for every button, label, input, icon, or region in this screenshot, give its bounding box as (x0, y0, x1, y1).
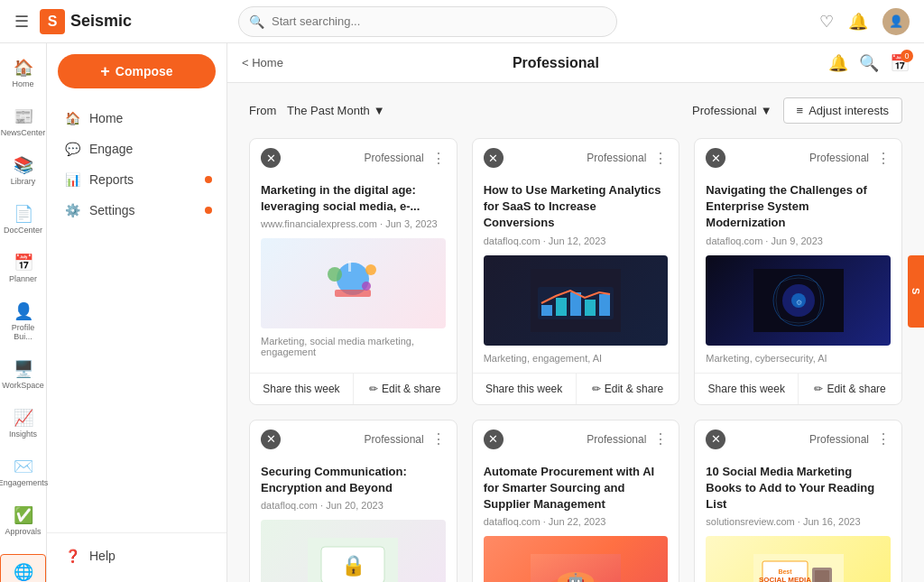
nav-item-library[interactable]: 📚 Library (0, 148, 46, 193)
card-2-edit-button[interactable]: ✏ Edit & share (577, 374, 679, 404)
content-card-4: ✕ Professional ⋮ Securing Communication:… (249, 420, 457, 582)
card-4-menu-icon[interactable]: ⋮ (431, 430, 446, 448)
card-3-edit-button[interactable]: ✏ Edit & share (799, 374, 901, 404)
card-1-menu-icon[interactable]: ⋮ (431, 150, 446, 167)
main-content: From The Past Month ▼ Professional ▼ ≡ A… (227, 83, 924, 582)
svg-rect-5 (348, 261, 351, 272)
svg-rect-12 (599, 294, 610, 316)
card-4-close-button[interactable]: ✕ (261, 430, 281, 449)
sidebar-nav: 🏠 Home 💬 Engage 📊 Reports ⚙️ Settings (47, 103, 226, 532)
sidebar-item-help[interactable]: ❓ Help (47, 540, 226, 571)
card-1-image (261, 238, 446, 328)
card-2-close-button[interactable]: ✕ (484, 148, 504, 168)
approvals-icon: ✅ (14, 505, 33, 525)
sidebar-item-settings[interactable]: ⚙️ Settings (47, 195, 226, 226)
search-secondary-icon[interactable]: 🔍 (859, 53, 879, 73)
newscenter-icon: 📰 (14, 106, 33, 126)
card-3-title: Navigating the Challenges of Enterprise … (706, 182, 891, 232)
sidebar-item-home[interactable]: 🏠 Home (47, 103, 226, 134)
card-1-share-button[interactable]: Share this week (250, 374, 354, 404)
professional-selector[interactable]: Professional ▼ (692, 104, 772, 117)
svg-rect-11 (585, 300, 596, 316)
nav-item-workspace[interactable]: 🖥️ WorkSpace (0, 352, 46, 397)
nav-item-approvals[interactable]: ✅ Approvals (0, 498, 46, 543)
compose-button[interactable]: + Compose (58, 54, 216, 88)
sidebar-item-reports[interactable]: 📊 Reports (47, 164, 226, 195)
card-6-header: ✕ Professional ⋮ (695, 420, 901, 455)
doccenter-icon: 📄 (14, 204, 33, 224)
bell-icon[interactable]: 🔔 (828, 53, 848, 73)
favorites-icon[interactable]: ♡ (819, 12, 834, 32)
nav-item-profile[interactable]: 👤 Profile Bui... (0, 294, 46, 348)
content-card-6: ✕ Professional ⋮ 10 Social Media Marketi… (694, 420, 902, 582)
content-card-2: ✕ Professional ⋮ How to Use Marketing An… (472, 138, 680, 405)
nav-item-engagements[interactable]: ✉️ Engagements (0, 449, 46, 494)
nav-item-newscenter[interactable]: 📰 NewsCenter (0, 99, 46, 144)
card-6-badge: Professional (809, 433, 869, 446)
card-1-close-button[interactable]: ✕ (261, 148, 281, 168)
card-5-label-group: Professional ⋮ (587, 430, 668, 448)
card-3-label-group: Professional ⋮ (809, 150, 891, 167)
content-card-1: ✕ Professional ⋮ Marketing in the digita… (249, 138, 457, 405)
card-5-close-button[interactable]: ✕ (484, 430, 504, 449)
card-3-menu-icon[interactable]: ⋮ (876, 150, 891, 167)
svg-rect-32 (815, 570, 829, 582)
back-button[interactable]: < Home (242, 56, 283, 69)
card-1-badge: Professional (365, 152, 424, 164)
card-5-source: datafloq.com · Jun 22, 2023 (484, 516, 669, 527)
calendar-button[interactable]: 📅 0 (890, 53, 910, 73)
notifications-icon[interactable]: 🔔 (848, 12, 868, 32)
card-1-footer: Share this week ✏ Edit & share (250, 373, 457, 404)
card-6-title: 10 Social Media Marketing Books to Add t… (706, 464, 891, 513)
sidebar-item-engage[interactable]: 💬 Engage (47, 134, 226, 164)
card-5-header: ✕ Professional ⋮ (473, 420, 679, 455)
adjust-interests-button[interactable]: ≡ Adjust interests (783, 97, 902, 124)
card-4-badge: Professional (365, 433, 424, 446)
avatar[interactable]: 👤 (882, 8, 910, 35)
nav-item-doccenter[interactable]: 📄 DocCenter (0, 197, 46, 242)
card-2-footer: Share this week ✏ Edit & share (473, 373, 679, 404)
nav-item-planner[interactable]: 📅 Planner (0, 245, 46, 291)
card-3-tags: Marketing, cybersecurity, AI (706, 353, 891, 364)
nav-item-insights[interactable]: 📈 Insights (0, 401, 46, 446)
card-3-badge: Professional (809, 152, 869, 164)
card-1-label-group: Professional ⋮ (365, 150, 446, 167)
nav-item-home[interactable]: 🏠 Home (0, 51, 46, 96)
filter-chevron-icon: ▼ (374, 104, 385, 117)
hamburger-button[interactable]: ☰ (14, 12, 29, 32)
card-6-menu-icon[interactable]: ⋮ (876, 430, 891, 448)
sidebar-engage-label: Engage (89, 142, 133, 156)
card-6-label-group: Professional ⋮ (809, 430, 891, 448)
card-6-close-button[interactable]: ✕ (706, 430, 725, 449)
sidebar: + Compose 🏠 Home 💬 Engage 📊 Reports ⚙️ S… (47, 43, 227, 582)
sidebar-help-label: Help (89, 549, 116, 563)
card-5-image: 🤖 (484, 536, 669, 582)
svg-rect-9 (556, 298, 567, 316)
card-6-source: solutionsreview.com · Jun 16, 2023 (706, 516, 891, 527)
card-3-share-button[interactable]: Share this week (695, 374, 799, 404)
side-accent-panel[interactable]: S (908, 255, 924, 328)
search-input[interactable] (238, 6, 617, 37)
search-bar: 🔍 (238, 6, 617, 37)
home-nav-icon: 🏠 (65, 111, 80, 125)
time-filter-dropdown[interactable]: From The Past Month ▼ (249, 104, 385, 117)
card-1-edit-button[interactable]: ✏ Edit & share (354, 374, 457, 404)
insights-icon: 📈 (14, 408, 33, 428)
card-5-menu-icon[interactable]: ⋮ (653, 430, 668, 448)
professional-label: Professional (692, 104, 757, 117)
nav-item-doccenter-label: DocCenter (4, 226, 42, 235)
card-1-title: Marketing in the digital age: leveraging… (261, 182, 446, 215)
card-1-tags: Marketing, social media marketing, engag… (261, 336, 446, 357)
card-4-image: 🔒 Securing Communication (261, 520, 446, 582)
header-right-group: Professional ▼ ≡ Adjust interests (692, 97, 902, 124)
logo-icon: S (40, 9, 65, 34)
card-4-source: datafloq.com · Jun 20, 2023 (261, 500, 446, 511)
card-2-share-button[interactable]: Share this week (473, 374, 577, 404)
svg-rect-1 (335, 290, 371, 297)
svg-text:Best: Best (778, 568, 792, 575)
card-2-menu-icon[interactable]: ⋮ (653, 150, 668, 167)
card-3-close-button[interactable]: ✕ (706, 148, 725, 168)
nav-item-livesocial[interactable]: 🌐 LiveSocial (0, 554, 46, 582)
card-4-label-group: Professional ⋮ (365, 430, 446, 448)
card-2-title: How to Use Marketing Analytics for SaaS … (484, 182, 669, 232)
